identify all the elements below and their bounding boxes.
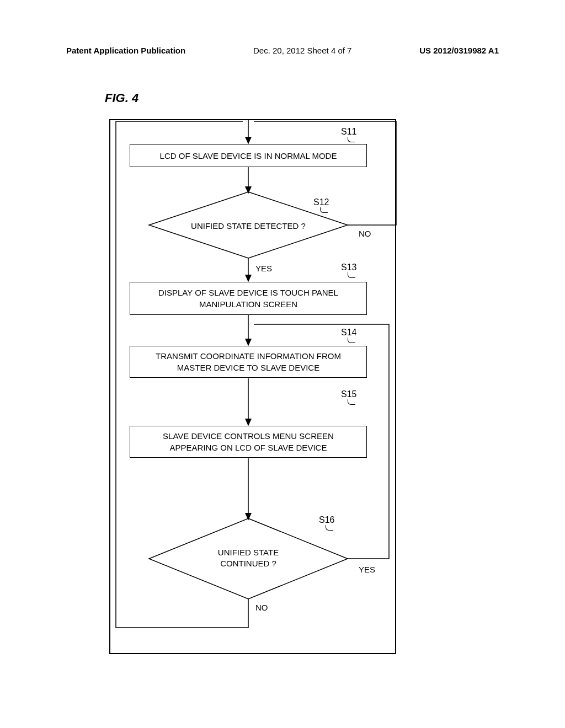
callout-hook-icon <box>326 525 333 531</box>
process-box-s13: DISPLAY OF SLAVE DEVICE IS TOUCH PANEL M… <box>130 282 367 315</box>
decision-text-s16-line2: CONTINUED ? <box>220 559 276 568</box>
flowchart-connectors <box>110 120 397 655</box>
label-no-s16: NO <box>255 603 268 612</box>
process-text-s14-line1: TRANSMIT COORDINATE INFORMATION FROM <box>156 350 341 362</box>
header-patent-number: US 2012/0319982 A1 <box>419 46 499 55</box>
step-label-s15: S15 <box>341 389 356 399</box>
process-text-s13-line1: DISPLAY OF SLAVE DEVICE IS TOUCH PANEL <box>158 287 338 298</box>
step-label-s13: S13 <box>341 263 356 272</box>
label-yes-s12: YES <box>255 264 272 273</box>
decision-text-s16: UNIFIED STATE CONTINUED ? <box>207 547 290 569</box>
decision-text-s16-line1: UNIFIED STATE <box>218 548 279 557</box>
decision-text-s12: UNIFIED STATE DETECTED ? <box>190 221 306 232</box>
header-date-sheet: Dec. 20, 2012 Sheet 4 of 7 <box>253 46 351 55</box>
process-text-s15-line1: SLAVE DEVICE CONTROLS MENU SCREEN <box>163 430 334 442</box>
label-yes-s16: YES <box>359 565 375 574</box>
step-label-s14: S14 <box>341 328 356 338</box>
step-label-s16: S16 <box>319 515 334 525</box>
process-text-s13-line2: MANIPULATION SCREEN <box>199 298 297 310</box>
process-text-s15-line2: APPEARING ON LCD OF SLAVE DEVICE <box>170 442 327 453</box>
callout-hook-icon <box>320 207 328 213</box>
process-box-s15: SLAVE DEVICE CONTROLS MENU SCREEN APPEAR… <box>130 426 367 458</box>
process-text-s14-line2: MASTER DEVICE TO SLAVE DEVICE <box>177 362 319 373</box>
header-publication-type: Patent Application Publication <box>66 46 185 55</box>
step-label-s11: S11 <box>341 127 356 137</box>
flowchart-container: S11 LCD OF SLAVE DEVICE IS IN NORMAL MOD… <box>109 119 396 654</box>
page-header: Patent Application Publication Dec. 20, … <box>0 46 565 55</box>
callout-hook-icon <box>348 272 355 278</box>
callout-hook-icon <box>348 338 355 343</box>
callout-hook-icon <box>348 399 355 405</box>
process-text-s11: LCD OF SLAVE DEVICE IS IN NORMAL MODE <box>160 150 337 162</box>
process-box-s14: TRANSMIT COORDINATE INFORMATION FROM MAS… <box>130 346 367 378</box>
figure-label: FIG. 4 <box>105 91 138 105</box>
callout-hook-icon <box>348 137 355 142</box>
label-no-s12: NO <box>359 229 371 238</box>
process-box-s11: LCD OF SLAVE DEVICE IS IN NORMAL MODE <box>130 144 367 167</box>
step-label-s12: S12 <box>313 197 329 207</box>
